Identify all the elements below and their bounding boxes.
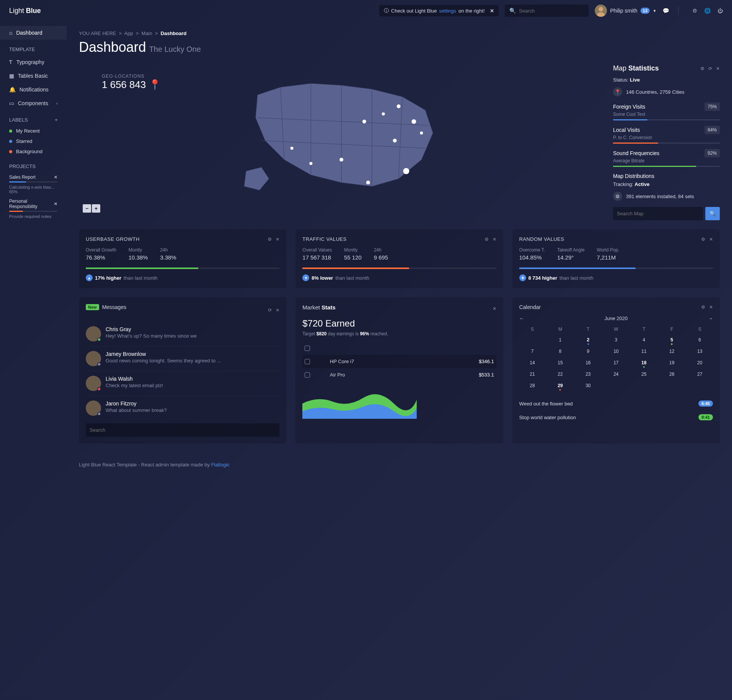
footer-link[interactable]: Flatlogic [211,462,230,468]
calendar-day[interactable]: 14 [519,358,546,368]
refresh-icon[interactable]: ⟳ [268,308,272,313]
close-icon[interactable]: ✕ [493,306,496,311]
close-icon[interactable]: ✕ [54,175,58,180]
calendar-day[interactable]: 25 [631,369,657,379]
calendar-day[interactable]: 7 [519,346,546,356]
svg-point-10 [412,119,416,124]
calendar-day[interactable]: 11 [631,346,657,356]
svg-point-19 [382,112,385,115]
message-item[interactable]: Jamey BrownlowGood news coming tonight. … [86,346,279,371]
calendar-event[interactable]: Stop world water pollution9:41 [519,410,713,424]
search-input[interactable] [519,8,584,14]
map-search-button[interactable]: 🔍 [705,207,720,220]
calendar-day[interactable]: 20 [687,358,713,368]
close-icon[interactable]: ✕ [490,8,494,14]
calendar-day[interactable]: 2 [575,335,601,345]
message-item[interactable]: Jaron FitzroyWhat about summer break? [86,396,279,420]
map-search-input[interactable] [613,207,703,220]
close-icon[interactable]: ✕ [493,237,496,242]
table-row[interactable]: Air Pro$533.1 [302,368,496,381]
message-item[interactable]: Chris GrayHey! What's up? So many times … [86,322,279,346]
plus-icon[interactable]: + [55,117,58,123]
refresh-icon[interactable]: ⟳ [708,66,712,71]
calendar-day[interactable]: 4 [631,335,657,345]
chat-icon[interactable]: 💬 [663,8,669,14]
metric-card: USERBASE GROWTH⚙✕ Overall Growth76.38%Mo… [79,229,286,288]
calendar-day[interactable]: 15 [547,358,573,368]
calendar-day[interactable]: 10 [603,346,629,356]
svg-point-12 [393,139,397,143]
gear-icon[interactable]: ⚙ [700,66,705,71]
footer: Light Blue React Template - React admin … [79,453,720,477]
project-item[interactable]: Sales Report✕Calculating x-axis bias... … [0,172,67,196]
message-search-input[interactable] [86,423,279,437]
nav-item-notifications[interactable]: 🔔Notifications [0,83,67,96]
close-icon[interactable]: ✕ [709,304,713,310]
user-menu[interactable]: Philip smith 13 ▼ [595,5,657,17]
calendar-day[interactable]: 19 [659,358,685,368]
calendar-day[interactable]: 16 [575,358,601,368]
checkbox[interactable] [305,346,310,351]
checkbox[interactable] [305,359,310,364]
calendar-day[interactable]: 30 [575,381,601,391]
calendar-day[interactable]: 21 [519,369,546,379]
close-icon[interactable]: ✕ [276,237,279,242]
gear-icon[interactable]: ⚙ [692,8,697,14]
calendar-event[interactable]: Weed out the flower bed6:45 [519,397,713,410]
nav-item-components[interactable]: ▭Components‹ [0,96,67,110]
nav-dashboard[interactable]: ⌂Dashboard [0,26,67,40]
calendar-day[interactable]: 12 [659,346,685,356]
calendar-day[interactable]: 26 [659,369,685,379]
search-box[interactable]: 🔍 [505,5,589,17]
calendar-day[interactable]: 23 [575,369,601,379]
next-month-button[interactable]: → [708,316,713,321]
calendar-day[interactable]: 9 [575,346,601,356]
project-item[interactable]: Personal Responsibility✕Provide required… [0,196,67,221]
alert-link[interactable]: settings [439,8,456,14]
stat-pct: 84% [705,126,720,134]
gear-icon[interactable]: ⚙ [701,304,705,310]
nav-item-tables-basic[interactable]: ▦Tables Basic [0,69,67,83]
calendar-day[interactable]: 18 [631,358,657,368]
calendar-day[interactable]: 5 [659,335,685,345]
close-icon[interactable]: ✕ [276,308,279,313]
nav-icon: 🔔 [9,86,16,93]
svg-point-14 [366,181,370,184]
calendar-day[interactable]: 17 [603,358,629,368]
calendar-day[interactable]: 1 [547,335,573,345]
avatar [595,5,607,17]
calendar-day[interactable]: 28 [519,381,546,391]
gear-icon[interactable]: ⚙ [485,237,489,242]
zoom-out-button[interactable]: − [83,204,91,213]
calendar-day[interactable]: 13 [687,346,713,356]
globe-icon[interactable]: 🌐 [704,8,711,14]
label-background[interactable]: Background [0,146,67,157]
label-starred[interactable]: Starred [0,136,67,146]
calendar-day[interactable]: 6 [687,335,713,345]
svg-point-1 [597,12,605,17]
calendar-day[interactable]: 8 [547,346,573,356]
calendar-day[interactable]: 29 [547,381,573,391]
logo[interactable]: Light Blue [9,7,41,15]
calendar-day [603,381,629,391]
zoom-in-button[interactable]: + [92,204,100,213]
close-icon[interactable]: ✕ [709,237,713,242]
message-item[interactable]: Livia WalshCheck my latest email plz! [86,371,279,396]
checkbox[interactable] [305,372,310,378]
calendar-day[interactable]: 24 [603,369,629,379]
avatar [86,351,101,366]
nav-item-typography[interactable]: ƬTypography [0,55,67,69]
calendar-day[interactable]: 22 [547,369,573,379]
power-icon[interactable]: ⏻ [718,8,723,14]
calendar-day[interactable]: 27 [687,369,713,379]
close-icon[interactable]: ✕ [54,201,58,207]
gear-icon[interactable]: ⚙ [701,237,705,242]
close-icon[interactable]: ✕ [716,66,720,71]
prev-month-button[interactable]: ← [519,316,524,321]
nav-icon: ▦ [9,73,14,79]
label-my-recent[interactable]: My Recent [0,126,67,136]
table-row[interactable]: HP Core i7$346.1 [302,355,496,368]
calendar-day [659,381,685,391]
calendar-day[interactable]: 3 [603,335,629,345]
gear-icon[interactable]: ⚙ [268,237,272,242]
